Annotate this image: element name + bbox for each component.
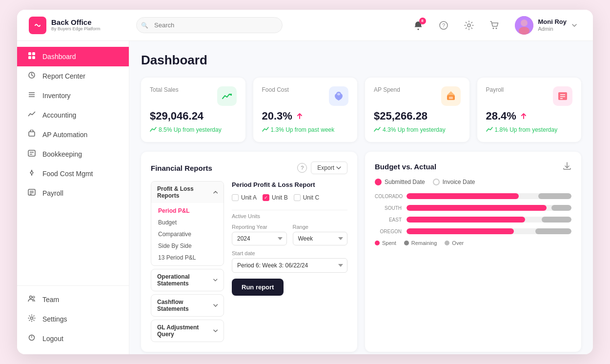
checkbox-unit-a[interactable] (232, 194, 239, 201)
help-button[interactable]: ? (435, 17, 452, 34)
range-label: Range (293, 224, 348, 230)
avatar (515, 16, 533, 35)
search-wrapper (136, 17, 283, 33)
sidebar-item-inventory[interactable]: Inventory (17, 86, 129, 105)
sidebar-item-label: Report Center (42, 72, 85, 80)
stat-trend: 1.3% Up from past week (262, 126, 349, 133)
svg-text:?: ? (442, 22, 445, 28)
bar-label: OREGON (375, 229, 402, 234)
dashboard-icon (27, 52, 37, 61)
report-section-pl-header[interactable]: Profit & Loss Reports (151, 182, 224, 203)
checkbox-unit-c[interactable] (294, 194, 301, 201)
budget-panel-header: Budget vs. Actual (375, 162, 571, 172)
svg-rect-10 (28, 52, 31, 55)
svg-point-32 (337, 93, 340, 96)
reporting-year-select[interactable]: 2024 (232, 232, 287, 245)
submitted-date-radio[interactable] (375, 179, 382, 185)
ap-automation-icon (27, 130, 37, 140)
sidebar-item-bookkeeping[interactable]: Bookkeeping (17, 144, 129, 164)
submitted-date-option[interactable]: Submitted Date (375, 179, 425, 185)
sidebar-item-settings[interactable]: Settings (17, 309, 129, 329)
unit-c-checkbox[interactable]: Unit C (294, 194, 319, 201)
stat-value: $29,046.24 (150, 110, 237, 122)
range-select[interactable]: Week (293, 232, 348, 245)
legend-dot-remaining (404, 241, 409, 245)
bar-fill-spent (407, 217, 525, 222)
report-item-side-by-side[interactable]: Side By Side (151, 240, 224, 252)
start-date-select[interactable]: Period 6: Week 3: 06/22/24 (232, 258, 347, 273)
sidebar-item-payroll[interactable]: Payroll (17, 183, 129, 203)
page-title: Dashboard (141, 53, 581, 68)
unit-b-checkbox[interactable]: ✓ Unit B (263, 194, 288, 201)
report-item-period-pl[interactable]: Period P&L (151, 205, 224, 217)
sidebar-item-label: Bookkeeping (42, 150, 82, 158)
legend-dot-over (445, 241, 449, 245)
search-input[interactable] (136, 17, 283, 33)
budget-vs-actual-panel: Budget vs. Actual Submitted Date (365, 152, 581, 352)
checkbox-unit-b[interactable]: ✓ (263, 194, 269, 201)
stat-label: Payroll (486, 86, 504, 93)
sidebar-item-logout[interactable]: Logout (17, 329, 129, 348)
stat-card-ap-spend: AP Spend $25,266.28 4.3% Up from yes (365, 78, 469, 142)
report-item-comparative[interactable]: Comparative (151, 228, 224, 240)
run-report-button[interactable]: Run report (232, 279, 284, 296)
payroll-stat-icon (553, 86, 572, 106)
stat-trend: 8.5% Up from yesterday (150, 126, 237, 133)
stat-label: Total Sales (150, 86, 179, 93)
financial-reports-panel: Financial Reports ? Export (141, 152, 357, 352)
logout-icon (27, 334, 37, 344)
units-row: Unit A ✓ Unit B Unit C (232, 194, 347, 205)
ap-spend-icon (441, 86, 461, 106)
report-section-operational-header[interactable]: Operational Statements (151, 269, 224, 291)
svg-rect-11 (32, 52, 35, 55)
stat-label: AP Spend (374, 86, 400, 93)
app-container: Back Office By Buyers Edge Platform 8 ? (17, 10, 593, 354)
sidebar-item-dashboard[interactable]: Dashboard (17, 47, 129, 66)
settings-button[interactable] (460, 17, 478, 34)
invoice-date-radio[interactable] (433, 179, 440, 185)
report-section-gl-header[interactable]: GL Adjustment Query (151, 320, 224, 342)
food-cost-icon (27, 169, 37, 179)
notification-badge: 8 (419, 18, 426, 24)
sidebar-item-label: Settings (42, 315, 67, 323)
reporting-year-label: Reporting Year (232, 224, 287, 230)
sidebar-item-ap-automation[interactable]: AP Automation (17, 125, 129, 144)
bar-label: EAST (375, 217, 402, 222)
notification-button[interactable]: 8 (409, 17, 427, 34)
sidebar-item-label: Food Cost Mgmt (42, 170, 93, 178)
sidebar-item-label: AP Automation (42, 131, 87, 139)
svg-rect-12 (28, 56, 31, 59)
reporting-year-group: Reporting Year 2024 (232, 224, 287, 245)
inventory-icon (27, 91, 37, 101)
start-date-label: Start date (232, 250, 347, 256)
sidebar-item-report-center[interactable]: Report Center (17, 66, 129, 86)
sidebar-item-accounting[interactable]: Accounting (17, 105, 129, 125)
sidebar-item-label: Team (42, 296, 59, 303)
chart-legend: Spent Remaining Over (375, 240, 571, 246)
invoice-date-option[interactable]: Invoice Date (433, 179, 475, 185)
report-sidebar: Profit & Loss Reports Period P&L Budget … (151, 181, 224, 342)
download-icon[interactable] (563, 162, 571, 172)
export-button[interactable]: Export (311, 162, 347, 174)
logo-area[interactable]: Back Office By Buyers Edge Platform (29, 17, 126, 34)
legend-spent: Spent (375, 240, 396, 246)
report-item-13period[interactable]: 13 Period P&L (151, 252, 224, 263)
logo-icon (29, 17, 46, 34)
report-section-cashflow-header[interactable]: Cashflow Statements (151, 295, 224, 316)
sidebar-item-food-cost-mgmt[interactable]: Food Cost Mgmt (17, 164, 129, 183)
bar-row-colorado: COLORADO (375, 193, 571, 199)
cart-button[interactable] (486, 17, 503, 34)
sidebar: Dashboard Report Center Inventory (17, 41, 129, 354)
user-profile[interactable]: Moni Roy Admin (511, 14, 582, 37)
unit-a-checkbox[interactable]: Unit A (232, 194, 257, 201)
report-item-budget[interactable]: Budget (151, 217, 224, 228)
payroll-icon (27, 188, 37, 198)
bar-fill-remaining (551, 205, 571, 211)
help-icon[interactable]: ? (297, 163, 307, 173)
logo-text: Back Office By Buyers Edge Platform (51, 19, 101, 31)
bar-track (407, 228, 571, 234)
bar-label: COLORADO (375, 194, 402, 199)
sidebar-item-team[interactable]: Team (17, 290, 129, 309)
chevron-down-icon (571, 22, 577, 28)
sidebar-item-label: Dashboard (42, 53, 76, 61)
